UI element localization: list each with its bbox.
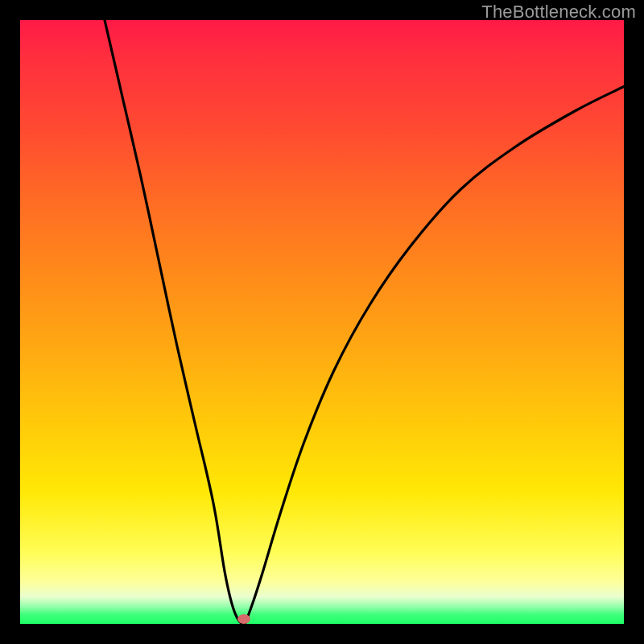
bottleneck-curve — [20, 20, 624, 624]
watermark-text: TheBottleneck.com — [481, 2, 636, 23]
plot-area — [20, 20, 624, 624]
curve-path — [105, 20, 624, 624]
trough-marker — [237, 614, 250, 624]
chart-frame: TheBottleneck.com — [0, 0, 644, 644]
